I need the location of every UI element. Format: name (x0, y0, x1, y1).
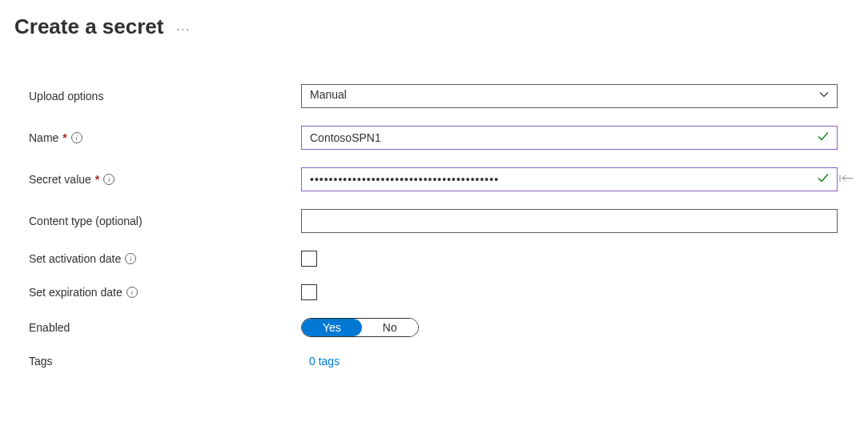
label-secret-value: Secret value * i (29, 173, 301, 186)
label-upload-options-text: Upload options (29, 90, 103, 102)
page-header: Create a secret ··· (14, 14, 854, 39)
label-content-type-text: Content type (optional) (29, 215, 143, 227)
required-indicator: * (95, 173, 99, 186)
info-icon[interactable]: i (103, 174, 115, 185)
toggle-enabled: Yes No (301, 318, 419, 337)
label-enabled-text: Enabled (29, 321, 70, 334)
page-title: Create a secret (14, 14, 163, 39)
label-expiration-date-text: Set expiration date (29, 286, 123, 299)
info-icon[interactable]: i (125, 253, 136, 264)
label-activation-date: Set activation date i (29, 252, 301, 265)
label-tags: Tags (29, 355, 301, 368)
control-content-type (301, 209, 838, 233)
row-expiration-date: Set expiration date i (29, 284, 854, 300)
required-indicator: * (62, 131, 66, 144)
checkmark-icon (817, 131, 830, 146)
control-enabled: Yes No (301, 318, 838, 337)
label-activation-date-text: Set activation date (29, 252, 121, 265)
row-activation-date: Set activation date i (29, 251, 854, 267)
more-icon[interactable]: ··· (176, 19, 191, 35)
input-name[interactable] (301, 126, 838, 150)
label-content-type: Content type (optional) (29, 215, 301, 227)
row-tags: Tags 0 tags (29, 355, 854, 368)
row-name: Name * i (29, 126, 854, 150)
select-upload-options[interactable]: Manual (301, 84, 838, 108)
toggle-option-yes[interactable]: Yes (302, 319, 362, 336)
control-activation-date (301, 251, 838, 267)
input-content-type[interactable] (301, 209, 838, 233)
control-secret-value (301, 167, 838, 191)
control-expiration-date (301, 284, 838, 300)
row-upload-options: Upload options Manual (29, 84, 854, 108)
label-enabled: Enabled (29, 321, 301, 334)
form-container: Upload options Manual Name * i Secret va… (14, 84, 854, 368)
row-enabled: Enabled Yes No (29, 318, 854, 337)
info-icon[interactable]: i (127, 287, 138, 298)
control-upload-options: Manual (301, 84, 838, 108)
label-upload-options: Upload options (29, 90, 301, 102)
checkbox-activation-date[interactable] (301, 251, 317, 267)
info-icon[interactable]: i (71, 132, 82, 143)
cursor-arrow-icon (839, 173, 854, 187)
label-secret-value-text: Secret value (29, 173, 91, 186)
control-name (301, 126, 838, 150)
label-name-text: Name (29, 131, 58, 144)
input-secret-value[interactable] (301, 167, 838, 191)
label-tags-text: Tags (29, 355, 53, 368)
row-secret-value: Secret value * i (29, 167, 854, 191)
checkmark-icon (817, 172, 830, 187)
row-content-type: Content type (optional) (29, 209, 854, 233)
label-expiration-date: Set expiration date i (29, 286, 301, 299)
toggle-option-no[interactable]: No (362, 319, 418, 336)
checkbox-expiration-date[interactable] (301, 284, 317, 300)
label-name: Name * i (29, 131, 301, 144)
control-tags: 0 tags (301, 355, 838, 368)
tags-link[interactable]: 0 tags (301, 355, 340, 368)
